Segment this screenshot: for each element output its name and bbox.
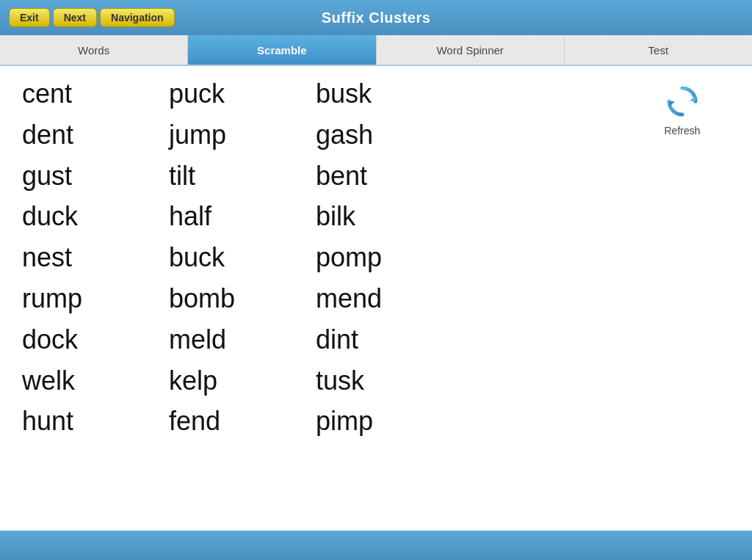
word-item: mend [316,278,448,319]
word-item: bomb [169,278,301,319]
word-item: rump [22,278,154,319]
word-column-1: centdentgustducknestrumpdockwelkhunt [15,73,162,523]
navigation-button[interactable]: Navigation [100,8,175,27]
refresh-area: Refresh [627,73,737,523]
word-item: nest [22,237,154,278]
word-item: kelp [169,360,301,401]
word-column-3: buskgashbentbilkpompmenddinttuskpimp [308,73,455,523]
word-item: bent [316,156,448,197]
next-button[interactable]: Next [53,8,97,27]
word-item: pomp [316,237,448,278]
word-item: puck [169,73,301,114]
word-item: buck [169,237,301,278]
exit-button[interactable]: Exit [9,8,50,27]
top-bar: ExitNextNavigation Suffix Clusters [0,0,752,35]
word-item: dent [22,114,154,156]
word-item: pimp [316,401,448,442]
word-item: half [169,196,301,237]
main-content: centdentgustducknestrumpdockwelkhunt puc… [0,66,752,531]
word-item: gust [22,156,154,197]
word-item: welk [22,360,154,401]
word-item: jump [169,114,301,156]
tab-test[interactable]: Test [565,35,752,65]
refresh-label: Refresh [664,125,700,137]
word-column-2: puckjumptilthalfbuckbombmeldkelpfend [162,73,308,523]
word-item: tilt [169,156,301,197]
word-item: busk [316,73,448,114]
word-item: hunt [22,401,154,442]
bottom-bar [0,531,752,560]
refresh-icon [663,82,701,120]
tab-word-spinner[interactable]: Word Spinner [377,35,565,65]
word-item: bilk [316,196,448,237]
word-item: tusk [316,360,448,401]
word-item: cent [22,73,154,114]
tab-words[interactable]: Words [0,35,188,65]
nav-buttons: ExitNextNavigation [9,8,175,27]
refresh-button[interactable] [662,81,703,122]
word-item: duck [22,196,154,237]
word-item: fend [169,401,301,442]
words-area: centdentgustducknestrumpdockwelkhunt puc… [0,73,752,523]
word-item: dock [22,319,154,360]
tab-scramble[interactable]: Scramble [188,35,376,65]
tab-bar: WordsScrambleWord SpinnerTest [0,35,752,66]
word-item: dint [316,319,448,360]
word-item: gash [316,114,448,156]
word-columns: centdentgustducknestrumpdockwelkhunt puc… [15,73,627,523]
app-title: Suffix Clusters [322,10,431,26]
word-item: meld [169,319,301,360]
